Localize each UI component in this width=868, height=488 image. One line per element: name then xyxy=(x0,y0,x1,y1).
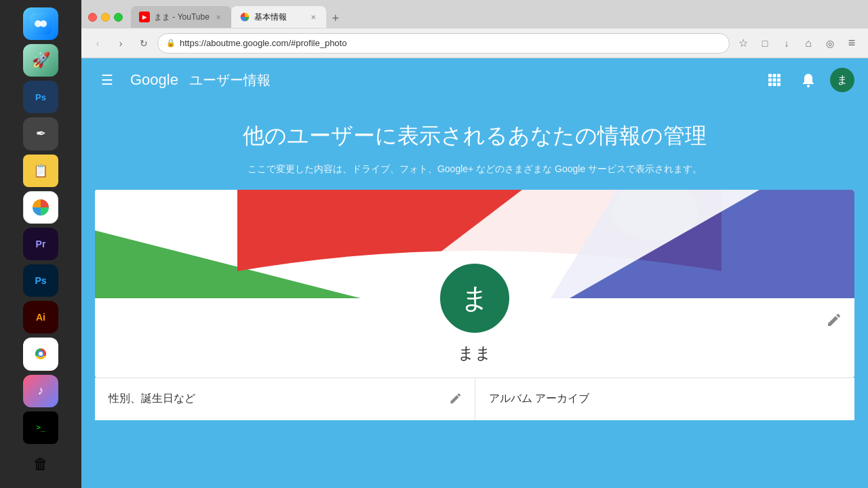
illustrator-label: Ai xyxy=(36,312,45,323)
svg-rect-14 xyxy=(768,83,772,86)
minimize-button[interactable] xyxy=(101,13,110,22)
title-bar: ▶ まま - YouTube ✕ 基本情報 ✕ + xyxy=(81,0,868,28)
premiere-icon[interactable]: Pr xyxy=(23,228,58,260)
finder-icon[interactable] xyxy=(23,7,58,40)
itunes-icon[interactable]: ♪ xyxy=(23,375,58,407)
google-header: ☰ Google ユーザー情報 xyxy=(81,58,868,102)
nav-actions: ☆ □ ↓ ⌂ ◎ ≡ xyxy=(734,34,861,53)
profile-name: まま xyxy=(458,342,492,364)
tab-google-label: 基本情報 xyxy=(254,12,304,23)
tab-youtube[interactable]: ▶ まま - YouTube ✕ xyxy=(131,6,231,28)
premiere-label: Pr xyxy=(36,239,46,249)
page-content: ☰ Google ユーザー情報 xyxy=(81,58,868,488)
appstore-icon[interactable]: Ps xyxy=(23,81,58,113)
birthday-card: 性別、誕生日など xyxy=(95,378,475,420)
page-header-title: ユーザー情報 xyxy=(189,71,271,89)
tab-youtube-close[interactable]: ✕ xyxy=(214,12,223,22)
svg-rect-13 xyxy=(777,79,781,82)
share-button[interactable]: □ xyxy=(755,34,774,53)
album-archive-card[interactable]: アルバム アーカイブ xyxy=(475,378,855,420)
svg-rect-9 xyxy=(773,74,776,77)
main-subtext: ここで変更した内容は、ドライブ、フォト、Google+ などのさまざまな Goo… xyxy=(95,161,854,176)
notes-icon[interactable]: 📋 xyxy=(23,155,58,187)
user-avatar-header[interactable]: ま xyxy=(830,68,854,92)
lock-icon: 🔒 xyxy=(166,39,176,47)
mac-dock: 🚀 Ps ✒ 📋 Pr Ps Ai xyxy=(0,0,81,488)
album-archive-title: アルバム アーカイブ xyxy=(489,392,589,406)
tab-youtube-label: まま - YouTube xyxy=(154,12,210,23)
svg-point-2 xyxy=(40,20,47,27)
bottom-cards-section: 性別、誕生日など アルバム アーカイブ xyxy=(95,378,854,420)
address-bar[interactable]: 🔒 https://aboutme.google.com/#profile_ph… xyxy=(157,33,730,54)
back-button[interactable]: ‹ xyxy=(88,34,107,53)
header-left: ☰ Google ユーザー情報 xyxy=(95,68,271,92)
birthday-card-title: 性別、誕生日など xyxy=(108,392,195,406)
refresh-button[interactable]: ↻ xyxy=(134,34,153,53)
photoshop-label: Ps xyxy=(35,275,46,286)
google-logo: Google xyxy=(130,71,178,89)
svg-rect-8 xyxy=(768,74,772,77)
photoshop-icon[interactable]: Ps xyxy=(23,264,58,297)
new-tab-button[interactable]: + xyxy=(326,9,345,28)
svg-rect-10 xyxy=(777,74,781,77)
nav-bar: ‹ › ↻ 🔒 https://aboutme.google.com/#prof… xyxy=(81,28,868,58)
edit-profile-photo-button[interactable] xyxy=(826,312,841,330)
notification-icon[interactable] xyxy=(796,68,821,92)
url-text: https://aboutme.google.com/#profile_phot… xyxy=(180,38,347,48)
profile-avatar-section: ま まま xyxy=(95,298,854,378)
browser-window: ▶ まま - YouTube ✕ 基本情報 ✕ + xyxy=(81,0,868,488)
trash-icon[interactable]: 🗑 xyxy=(23,448,58,481)
svg-rect-12 xyxy=(773,79,776,82)
close-button[interactable] xyxy=(88,13,97,22)
menu-button[interactable]: ≡ xyxy=(842,34,861,53)
profile-avatar[interactable]: ま xyxy=(437,261,512,336)
apps-icon[interactable] xyxy=(762,68,787,92)
svg-point-17 xyxy=(807,85,810,87)
download-button[interactable]: ↓ xyxy=(777,34,796,53)
home-button[interactable]: ⌂ xyxy=(799,34,818,53)
google-favicon xyxy=(239,12,250,22)
hero-section: 他のユーザーに表示されるあなたの情報の管理 ここで変更した内容は、ドライブ、フォ… xyxy=(81,102,868,190)
main-heading: 他のユーザーに表示されるあなたの情報の管理 xyxy=(95,122,854,150)
launchpad-icon[interactable]: 🚀 xyxy=(23,44,58,77)
bookmark-button[interactable]: ☆ xyxy=(734,34,753,53)
colors-icon[interactable] xyxy=(23,191,58,224)
hamburger-menu[interactable]: ☰ xyxy=(95,68,119,92)
header-right: ま xyxy=(762,68,854,92)
tab-google[interactable]: 基本情報 ✕ xyxy=(231,6,326,28)
tab-google-close[interactable]: ✕ xyxy=(309,12,318,22)
maximize-button[interactable] xyxy=(114,13,123,22)
birthday-edit-button[interactable] xyxy=(449,392,461,407)
terminal-icon[interactable]: >_ xyxy=(23,411,58,444)
forward-button[interactable]: › xyxy=(111,34,130,53)
illustrator-icon[interactable]: Ai xyxy=(23,301,58,333)
profile-section: ま まま xyxy=(95,190,854,378)
svg-rect-16 xyxy=(777,83,781,86)
pencil-app-icon[interactable]: ✒ xyxy=(23,117,58,150)
shield-button[interactable]: ◎ xyxy=(821,34,840,53)
traffic-lights xyxy=(88,13,123,22)
tabs-area: ▶ まま - YouTube ✕ 基本情報 ✕ + xyxy=(131,6,861,28)
svg-rect-11 xyxy=(768,79,772,82)
svg-rect-15 xyxy=(773,83,776,86)
chrome-icon[interactable] xyxy=(23,338,58,370)
svg-point-7 xyxy=(39,352,43,356)
youtube-favicon: ▶ xyxy=(139,12,150,22)
